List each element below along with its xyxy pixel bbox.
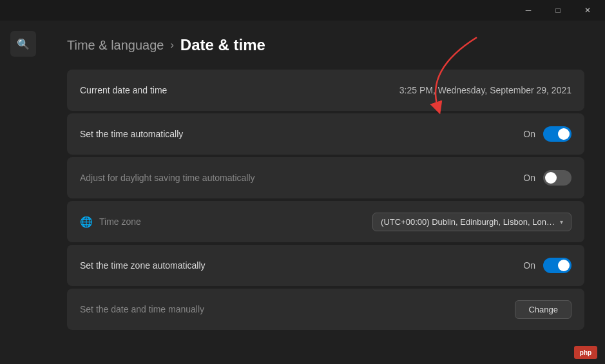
php-badge: php [574,346,597,359]
set-timezone-auto-toggle-knob [558,260,570,271]
daylight-saving-row: Adjust for daylight saving time automati… [80,157,571,198]
daylight-saving-toggle-knob [545,172,557,184]
current-date-time-row: Current date and time 3:25 PM, Wednesday… [80,70,571,111]
breadcrumb-parent: Time & language [67,38,164,53]
timezone-dropdown[interactable]: (UTC+00:00) Dublin, Edinburgh, Lisbon, L… [372,213,571,231]
chevron-down-icon: ▾ [560,218,563,225]
current-date-time-value: 3:25 PM, Wednesday, September 29, 2021 [399,85,571,95]
timezone-dropdown-value: (UTC+00:00) Dublin, Edinburgh, Lisbon, L… [381,217,555,227]
set-timezone-auto-right: On [523,258,571,273]
close-button[interactable]: ✕ [573,0,602,21]
daylight-saving-toggle[interactable] [543,170,571,186]
set-time-auto-card: Set the time automatically On [67,113,584,155]
set-time-auto-row: Set the time automatically On [80,113,571,155]
timezone-label-area: 🌐 Time zone [80,215,141,228]
set-date-manual-row: Set the date and time manually Change [80,289,571,330]
breadcrumb-current: Date & time [180,36,265,54]
minimize-button[interactable]: ─ [514,0,543,21]
change-button[interactable]: Change [515,300,571,319]
set-timezone-auto-toggle-label: On [523,260,535,271]
set-time-auto-label: Set the time automatically [80,129,183,139]
title-bar: ─ □ ✕ [0,0,605,21]
timezone-label: Time zone [99,216,141,227]
set-timezone-auto-label: Set the time zone automatically [80,260,206,271]
set-date-manual-label: Set the date and time manually [80,304,204,314]
set-time-auto-toggle[interactable] [543,126,571,142]
search-icon: 🔍 [17,38,30,50]
current-date-time-label: Current date and time [80,85,167,95]
search-icon-button[interactable]: 🔍 [10,31,36,57]
set-timezone-auto-card: Set the time zone automatically On [67,245,584,286]
daylight-saving-label: Adjust for daylight saving time automati… [80,173,255,183]
breadcrumb-separator: › [170,39,173,51]
current-date-time-card: Current date and time 3:25 PM, Wednesday… [67,70,584,111]
globe-icon: 🌐 [80,215,93,228]
set-time-auto-right: On [523,126,571,142]
set-timezone-auto-toggle[interactable] [543,258,571,273]
page-title-area: Time & language › Date & time [67,36,584,54]
set-date-manual-card: Set the date and time manually Change [67,289,584,330]
set-time-auto-toggle-label: On [523,129,535,139]
daylight-saving-card: Adjust for daylight saving time automati… [67,157,584,198]
set-timezone-auto-row: Set the time zone automatically On [80,245,571,286]
daylight-saving-right: On [523,170,571,186]
maximize-button[interactable]: □ [543,0,573,21]
main-content: Time & language › Date & time Current da… [46,21,605,364]
sidebar: 🔍 [0,21,46,364]
timezone-row: 🌐 Time zone (UTC+00:00) Dublin, Edinburg… [80,201,571,242]
timezone-card: 🌐 Time zone (UTC+00:00) Dublin, Edinburg… [67,201,584,242]
set-time-auto-toggle-knob [558,128,570,140]
daylight-saving-toggle-label: On [523,173,535,183]
